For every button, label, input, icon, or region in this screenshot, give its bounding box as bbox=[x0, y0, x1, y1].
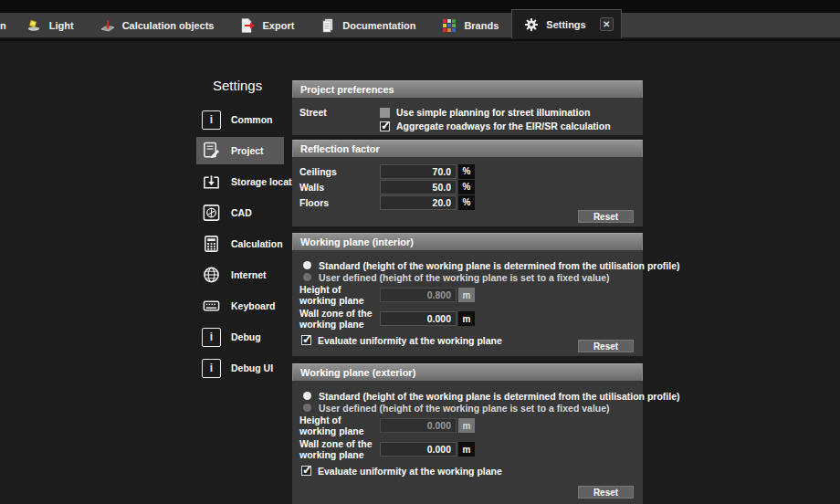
checkbox-evaluate-uniformity[interactable]: ✓ bbox=[301, 335, 311, 345]
lamp-icon bbox=[26, 17, 43, 34]
tab-export-label: Export bbox=[262, 20, 294, 31]
height-working-plane-label: Height of working plane bbox=[292, 415, 380, 436]
sidebar-item-storage-locations[interactable]: Storage locations bbox=[196, 170, 284, 194]
settings-sidebar: Settings i Common Project bbox=[196, 78, 284, 387]
brands-icon bbox=[441, 17, 457, 34]
panel-header: Working plane (exterior) bbox=[292, 363, 643, 381]
calculation-objects-icon bbox=[100, 17, 116, 34]
height-working-plane-input bbox=[380, 288, 457, 302]
tab-partial-label: n bbox=[0, 20, 6, 31]
tab-documentation[interactable]: Documentation bbox=[307, 12, 428, 38]
cad-icon bbox=[202, 204, 221, 223]
wall-zone-input[interactable] bbox=[380, 311, 457, 326]
panel-header: Project preferences bbox=[292, 80, 643, 98]
meter-unit: m bbox=[458, 442, 475, 457]
tab-documentation-label: Documentation bbox=[342, 20, 415, 31]
tab-partial[interactable]: n bbox=[0, 12, 8, 38]
sidebar-item-debug[interactable]: i Debug bbox=[196, 325, 284, 349]
walls-input[interactable] bbox=[380, 180, 457, 194]
globe-icon bbox=[202, 266, 221, 285]
close-tab-icon[interactable]: ✕ bbox=[600, 17, 614, 31]
calculator-icon bbox=[202, 235, 221, 254]
sidebar-item-common[interactable]: i Common bbox=[196, 108, 284, 131]
ceilings-input[interactable] bbox=[380, 164, 457, 179]
checkbox-aggregate-roadways[interactable]: ✓ bbox=[380, 121, 390, 131]
panel-reflection-factor: Reflection factor Ceilings % Walls % Flo… bbox=[292, 140, 643, 226]
sidebar-item-calculation[interactable]: Calculation bbox=[196, 232, 284, 256]
sidebar-item-cad[interactable]: CAD bbox=[196, 201, 284, 225]
panel-project-preferences: Project preferences Street Use simple pl… bbox=[292, 80, 643, 135]
floors-label: Floors bbox=[292, 197, 380, 208]
sidebar-item-debug-ui[interactable]: i Debug UI bbox=[196, 356, 284, 380]
meter-unit: m bbox=[458, 288, 475, 302]
keyboard-icon bbox=[202, 297, 221, 316]
tab-settings[interactable]: Settings ✕ bbox=[511, 9, 621, 38]
reset-button[interactable]: Reset bbox=[578, 210, 634, 223]
sidebar-item-internet[interactable]: Internet bbox=[196, 263, 284, 287]
storage-icon bbox=[202, 173, 221, 192]
street-label: Street bbox=[292, 107, 380, 118]
radio-user-defined[interactable] bbox=[303, 273, 311, 281]
project-icon bbox=[202, 142, 221, 161]
info-icon: i bbox=[202, 328, 221, 347]
gear-icon bbox=[523, 16, 540, 33]
tab-calculation-objects[interactable]: Calculation objects bbox=[87, 12, 227, 38]
radio-user-defined[interactable] bbox=[303, 404, 311, 412]
info-icon: i bbox=[202, 110, 221, 130]
reset-button[interactable]: Reset bbox=[578, 340, 634, 352]
percent-unit: % bbox=[458, 195, 475, 210]
sidebar-item-project[interactable]: Project bbox=[196, 137, 284, 164]
info-icon: i bbox=[202, 359, 221, 378]
documentation-icon bbox=[320, 17, 336, 34]
wall-zone-input[interactable] bbox=[380, 442, 457, 457]
meter-unit: m bbox=[458, 311, 475, 326]
floors-input[interactable] bbox=[380, 195, 457, 210]
percent-unit: % bbox=[458, 180, 475, 194]
tab-light[interactable]: Light bbox=[14, 12, 87, 38]
checkbox-simple-planning[interactable] bbox=[380, 108, 390, 118]
percent-unit: % bbox=[458, 164, 475, 179]
meter-unit: m bbox=[458, 418, 475, 433]
panel-working-plane-exterior: Working plane (exterior) Standard (heigh… bbox=[292, 363, 643, 504]
checkbox-evaluate-uniformity[interactable]: ✓ bbox=[301, 466, 311, 476]
height-working-plane-input bbox=[380, 418, 457, 433]
wall-zone-label: Wall zone of the working plane bbox=[292, 308, 380, 330]
reset-button[interactable]: Reset bbox=[578, 486, 634, 499]
wall-zone-label: Wall zone of the working plane bbox=[292, 438, 380, 460]
tab-settings-label: Settings bbox=[546, 19, 585, 30]
settings-page: Settings i Common Project bbox=[0, 41, 840, 504]
tab-brands[interactable]: Brands bbox=[428, 12, 511, 38]
tab-light-label: Light bbox=[49, 20, 74, 31]
tab-export[interactable]: Export bbox=[226, 12, 307, 38]
tab-brands-label: Brands bbox=[464, 20, 499, 31]
ribbon-tab-bar: n Light Calculation objects bbox=[0, 13, 840, 39]
walls-label: Walls bbox=[292, 182, 380, 193]
panel-header: Working plane (interior) bbox=[292, 233, 643, 250]
height-working-plane-label: Height of working plane bbox=[292, 284, 380, 306]
ceilings-label: Ceilings bbox=[292, 166, 380, 177]
panel-working-plane-interior: Working plane (interior) Standard (heigh… bbox=[292, 233, 643, 356]
page-title: Settings bbox=[213, 78, 284, 93]
sidebar-item-keyboard[interactable]: Keyboard bbox=[196, 294, 284, 318]
radio-standard[interactable] bbox=[303, 261, 311, 269]
export-icon bbox=[239, 17, 256, 34]
panel-header: Reflection factor bbox=[292, 140, 643, 157]
tab-calculation-objects-label: Calculation objects bbox=[122, 20, 215, 31]
radio-standard[interactable] bbox=[303, 392, 311, 400]
